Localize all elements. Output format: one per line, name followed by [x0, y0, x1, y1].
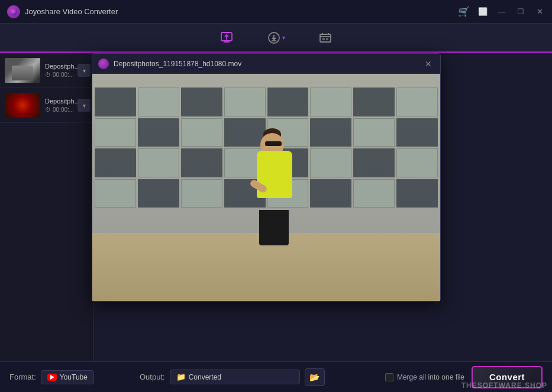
- title-bar: Joyoshare Video Converter 🛒 ⬜ — ☐ ✕: [0, 0, 552, 24]
- video-preview-area[interactable]: [92, 74, 440, 301]
- woman-figure: [252, 133, 299, 251]
- download-tab-chevron: ▾: [282, 34, 285, 41]
- format-section: Format: YouTube: [9, 370, 140, 384]
- minimize-button[interactable]: —: [496, 7, 507, 17]
- status-bar: Format: YouTube Output: 📁 Converted 📂 Me…: [0, 361, 552, 392]
- file-thumbnail-1: [5, 58, 40, 83]
- merge-section: Merge all into one file: [385, 373, 464, 381]
- file-thumbnail-2: [5, 93, 40, 118]
- app-logo: [7, 5, 20, 18]
- main-area: Depositph... ⏱ 00:00:... ▾ Depositph... …: [0, 53, 552, 361]
- browse-icon: 📂: [309, 372, 319, 382]
- output-value-text: Converted: [189, 373, 221, 381]
- dialog-titlebar: Depositphotos_119151878_hd1080.mov ✕: [92, 54, 440, 74]
- file-list: Depositph... ⏱ 00:00:... ▾ Depositph... …: [0, 53, 93, 361]
- cart-icon[interactable]: 🛒: [459, 7, 469, 17]
- folder-icon: 📁: [176, 372, 186, 381]
- tab-toolbox[interactable]: [314, 28, 337, 47]
- pants: [259, 210, 289, 245]
- file-item-1[interactable]: Depositph... ⏱ 00:00:... ▾: [0, 53, 93, 88]
- svg-rect-7: [320, 34, 331, 42]
- tab-convert[interactable]: [215, 28, 238, 47]
- output-label: Output:: [140, 372, 165, 381]
- clock-icon-1: ⏱: [45, 72, 51, 78]
- merge-label: Merge all into one file: [397, 373, 464, 381]
- sunglasses: [265, 141, 282, 146]
- dialog-close-button[interactable]: ✕: [422, 58, 434, 70]
- file-item-2[interactable]: Depositph... ⏱ 00:00:... ▾: [0, 88, 93, 123]
- browse-button[interactable]: 📂: [305, 368, 325, 386]
- video-preview-dialog: Depositphotos_119151878_hd1080.mov ✕: [92, 53, 441, 302]
- maximize-button[interactable]: ☐: [515, 7, 526, 17]
- youtube-icon: [47, 374, 57, 381]
- file-icon[interactable]: ⬜: [477, 7, 488, 17]
- format-label: Format:: [9, 372, 36, 381]
- toolbar: ▾: [0, 24, 552, 53]
- svg-point-0: [10, 8, 17, 15]
- output-path[interactable]: 📁 Converted: [170, 370, 300, 384]
- format-value-text: YouTube: [60, 373, 88, 381]
- video-scene: [92, 74, 440, 301]
- app-title: Joyoshare Video Converter: [25, 7, 118, 16]
- dialog-logo-icon: [98, 59, 109, 69]
- title-bar-controls: 🛒 ⬜ — ☐ ✕: [459, 7, 545, 17]
- output-section: Output: 📁 Converted 📂: [140, 368, 378, 386]
- format-selector[interactable]: YouTube: [41, 370, 94, 384]
- tab-download[interactable]: ▾: [262, 28, 290, 47]
- clock-icon-2: ⏱: [45, 106, 51, 113]
- merge-checkbox[interactable]: [385, 373, 393, 381]
- dialog-title-left: Depositphotos_119151878_hd1080.mov: [98, 59, 241, 69]
- title-bar-left: Joyoshare Video Converter: [7, 5, 118, 18]
- content-area: Depositphotos_119151878_hd1080.mov ✕: [93, 53, 552, 361]
- file-dropdown-2[interactable]: ▾: [78, 99, 91, 112]
- file-dropdown-1[interactable]: ▾: [78, 64, 91, 77]
- dialog-title-text: Depositphotos_119151878_hd1080.mov: [114, 60, 241, 68]
- close-button[interactable]: ✕: [534, 7, 545, 17]
- convert-button[interactable]: Convert: [472, 366, 543, 388]
